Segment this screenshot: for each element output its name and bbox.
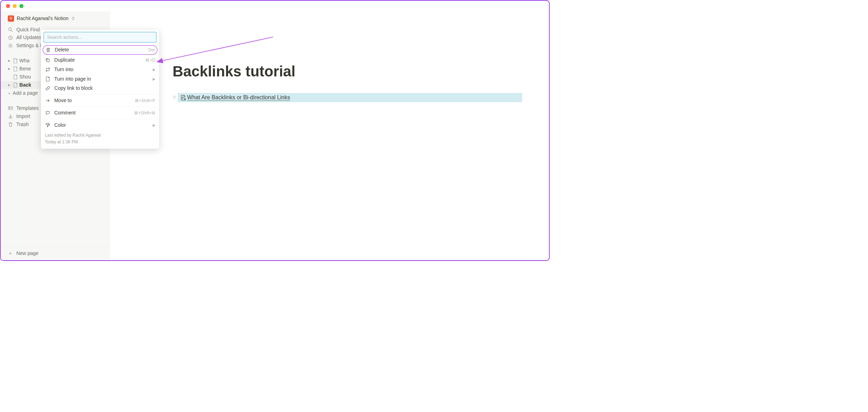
download-icon <box>8 114 13 119</box>
menu-label: Delete <box>55 47 145 53</box>
menu-label: Comment <box>54 110 130 116</box>
workspace-name: Rachit Agarwal's Notion <box>17 15 68 21</box>
divider <box>41 119 159 119</box>
gear-icon <box>8 43 13 48</box>
all-updates-label: All Updates <box>16 35 41 40</box>
chevron-right-icon: ▶ <box>153 77 155 81</box>
page-icon <box>13 75 18 80</box>
search-icon <box>8 27 13 32</box>
page-link-block[interactable]: What Are Backlinks or Bi-directional Lin… <box>178 93 522 102</box>
chevron-updown-icon <box>72 17 75 20</box>
plus-icon: ＋ <box>8 251 13 256</box>
color-action[interactable]: Color ▶ <box>41 120 159 130</box>
close-window-button[interactable] <box>6 4 10 8</box>
templates-icon <box>8 106 13 111</box>
menu-shortcut: ⌘+D <box>145 58 155 63</box>
maximize-window-button[interactable] <box>19 4 23 8</box>
link-icon <box>45 86 50 91</box>
page-link-icon <box>181 95 186 100</box>
menu-label: Color <box>54 122 149 128</box>
copy-link-action[interactable]: Copy link to block <box>41 83 159 93</box>
chevron-right-icon: ▶ <box>153 68 155 72</box>
svg-rect-5 <box>47 59 50 62</box>
menu-label: Duplicate <box>54 57 142 63</box>
svg-line-1 <box>11 30 12 31</box>
chevron-right-icon: ▶ <box>153 123 155 127</box>
paint-roller-icon <box>45 122 50 128</box>
new-page-label: New page <box>16 250 38 256</box>
svg-rect-6 <box>46 123 49 125</box>
trash-icon <box>8 122 13 127</box>
transform-icon <box>45 67 50 72</box>
menu-label: Copy link to block <box>54 86 155 91</box>
page-icon <box>13 82 18 87</box>
divider <box>41 107 159 107</box>
page-label: Bene <box>19 66 31 71</box>
page-icon <box>45 76 50 82</box>
main-content: Backlinks tutorial ⠿ What Are Backlinks … <box>110 11 549 260</box>
templates-label: Templates <box>16 106 39 111</box>
toggle-triangle-icon[interactable]: ▶ <box>7 83 12 87</box>
page-icon <box>13 67 18 71</box>
menu-label: Move to <box>54 98 131 103</box>
block-actions-menu: Delete Del Duplicate ⌘+D Turn into ▶ Tur… <box>41 30 159 149</box>
page-title[interactable]: Backlinks tutorial <box>173 63 522 80</box>
quick-find-label: Quick Find <box>16 27 40 32</box>
menu-footer: Last edited by Rachit Agarwal Today at 1… <box>41 130 159 146</box>
page-label: Shou <box>19 74 31 80</box>
menu-label: Turn into page in <box>54 76 149 82</box>
arrow-right-icon <box>45 98 50 103</box>
duplicate-action[interactable]: Duplicate ⌘+D <box>41 56 159 65</box>
plus-icon: ＋ <box>7 90 12 96</box>
new-page-button[interactable]: ＋ New page <box>1 246 110 260</box>
trash-label: Trash <box>16 121 29 127</box>
duplicate-icon <box>45 57 50 63</box>
menu-shortcut: ⌘+Shift+M <box>134 110 155 116</box>
menu-shortcut: ⌘+Shift+P <box>135 98 155 103</box>
comment-icon <box>45 110 50 116</box>
page-label: Back <box>19 82 31 88</box>
minimize-window-button[interactable] <box>13 4 17 8</box>
toggle-triangle-icon[interactable]: ▶ <box>7 67 12 70</box>
search-actions-input[interactable] <box>43 32 156 43</box>
page-link-text: What Are Backlinks or Bi-directional Lin… <box>187 94 290 101</box>
delete-action[interactable]: Delete Del <box>43 45 158 55</box>
add-page-label: Add a page <box>13 90 38 96</box>
turn-into-action[interactable]: Turn into ▶ <box>41 65 159 74</box>
page-icon <box>13 58 18 63</box>
menu-shortcut: Del <box>148 48 155 52</box>
menu-label: Turn into <box>54 67 149 72</box>
drag-handle-icon[interactable]: ⠿ <box>173 95 176 100</box>
workspace-switcher[interactable]: R Rachit Agarwal's Notion <box>1 14 110 25</box>
svg-point-3 <box>10 45 11 46</box>
app-window: R Rachit Agarwal's Notion Quick Find All… <box>0 0 550 261</box>
clock-icon <box>8 35 13 40</box>
trash-icon <box>45 47 51 53</box>
move-to-action[interactable]: Move to ⌘+Shift+P <box>41 96 159 105</box>
svg-rect-4 <box>8 107 13 110</box>
block-row: ⠿ What Are Backlinks or Bi-directional L… <box>173 93 522 102</box>
toggle-triangle-icon[interactable]: ▶ <box>7 59 12 62</box>
divider <box>41 94 159 95</box>
edited-time-text: Today at 1:38 PM <box>45 139 155 145</box>
turn-into-page-action[interactable]: Turn into page in ▶ <box>41 74 159 84</box>
import-label: Import <box>16 113 30 119</box>
workspace-avatar: R <box>8 15 14 22</box>
page-label: Wha <box>19 58 30 64</box>
edited-by-text: Last edited by Rachit Agarwal <box>45 132 155 139</box>
titlebar <box>1 1 549 11</box>
comment-action[interactable]: Comment ⌘+Shift+M <box>41 108 159 118</box>
